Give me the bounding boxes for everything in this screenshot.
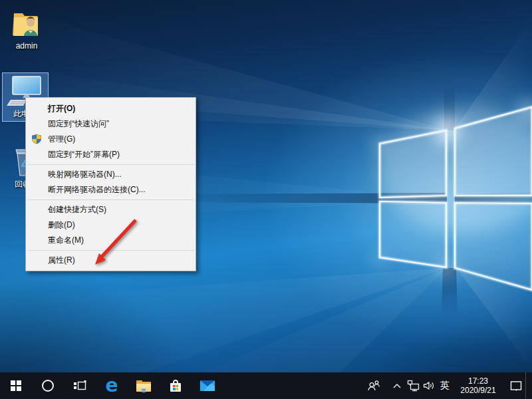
menu-item-delete[interactable]: 删除(D) bbox=[26, 217, 196, 233]
show-hidden-icons-button[interactable] bbox=[389, 372, 405, 399]
menu-item-label: 属性(R) bbox=[48, 255, 75, 266]
context-menu: 打开(O)固定到“快速访问”管理(G)固定到“开始”屏幕(P)映射网络驱动器(N… bbox=[25, 97, 196, 271]
clock-time: 17:23 bbox=[468, 376, 488, 386]
task-view-icon bbox=[73, 379, 86, 392]
menu-item-map-network-drive[interactable]: 映射网络驱动器(N)... bbox=[26, 167, 196, 182]
menu-item-label: 打开(O) bbox=[48, 103, 75, 114]
menu-item-pin-to-quick-access[interactable]: 固定到“快速访问” bbox=[26, 116, 196, 132]
clock-date: 2020/9/21 bbox=[460, 386, 495, 395]
menu-item-label: 删除(D) bbox=[48, 219, 75, 231]
menu-item-pin-to-start[interactable]: 固定到“开始”屏幕(P) bbox=[26, 147, 196, 162]
store-icon bbox=[169, 380, 182, 392]
network-icon bbox=[407, 380, 420, 392]
chevron-up-icon bbox=[392, 382, 402, 390]
menu-item-label: 断开网络驱动器的连接(C)... bbox=[48, 184, 146, 196]
menu-item-label: 管理(G) bbox=[48, 134, 75, 145]
desktop-icon-admin[interactable]: admin bbox=[4, 5, 49, 51]
task-view-button[interactable] bbox=[64, 372, 96, 399]
windows-start-icon bbox=[11, 380, 21, 391]
store-button[interactable] bbox=[160, 372, 192, 399]
uac-shield-icon bbox=[31, 134, 42, 144]
menu-item-properties[interactable]: 属性(R) bbox=[26, 253, 196, 268]
ime-indicator[interactable]: 英 bbox=[437, 372, 452, 399]
menu-item-create-shortcut[interactable]: 创建快捷方式(S) bbox=[26, 202, 196, 217]
clock[interactable]: 17:23 2020/9/21 bbox=[455, 372, 501, 399]
people-button[interactable] bbox=[366, 372, 382, 399]
mail-icon bbox=[200, 380, 215, 391]
menu-item-manage[interactable]: 管理(G) bbox=[26, 132, 196, 147]
menu-separator bbox=[27, 200, 194, 200]
network-button[interactable] bbox=[405, 372, 421, 399]
taskbar-pinned-area: e bbox=[0, 372, 223, 399]
menu-item-disconnect-network-drive[interactable]: 断开网络驱动器的连接(C)... bbox=[26, 182, 196, 198]
people-icon bbox=[366, 379, 381, 392]
edge-button[interactable]: e bbox=[96, 372, 128, 399]
menu-item-rename[interactable]: 重命名(M) bbox=[26, 233, 196, 248]
menu-item-label: 固定到“开始”屏幕(P) bbox=[48, 149, 120, 160]
menu-item-open[interactable]: 打开(O) bbox=[26, 101, 196, 116]
volume-button[interactable] bbox=[421, 372, 437, 399]
menu-item-label: 固定到“快速访问” bbox=[48, 118, 109, 130]
action-center-icon bbox=[509, 380, 523, 392]
windows-desktop: admin 此电脑 bbox=[0, 0, 532, 399]
menu-item-label: 重命名(M) bbox=[48, 235, 84, 246]
menu-separator bbox=[27, 250, 194, 251]
file-explorer-button[interactable] bbox=[128, 372, 160, 399]
action-center-button[interactable] bbox=[507, 372, 525, 399]
show-desktop-strip[interactable] bbox=[525, 372, 532, 399]
desktop-icon-label: admin bbox=[4, 42, 49, 51]
user-folder-icon bbox=[4, 5, 49, 40]
menu-item-label: 创建快捷方式(S) bbox=[48, 204, 106, 215]
cortana-search-icon bbox=[42, 380, 54, 392]
mail-button[interactable] bbox=[192, 372, 223, 399]
ime-language-label: 英 bbox=[440, 380, 450, 392]
file-explorer-icon bbox=[136, 380, 151, 392]
start-button[interactable] bbox=[0, 372, 32, 399]
system-tray: 英 17:23 2020/9/21 bbox=[366, 372, 532, 399]
cortana-search-button[interactable] bbox=[32, 372, 64, 399]
menu-item-label: 映射网络驱动器(N)... bbox=[48, 169, 122, 180]
menu-separator bbox=[27, 164, 194, 165]
taskbar: e bbox=[0, 372, 532, 399]
volume-icon bbox=[422, 380, 436, 391]
edge-icon: e bbox=[106, 376, 118, 395]
